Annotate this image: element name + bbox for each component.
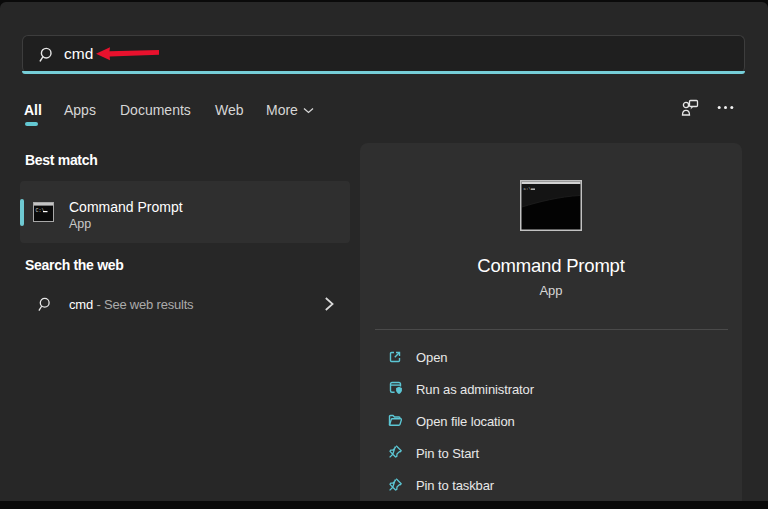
- svg-text:C:\: C:\: [524, 187, 532, 191]
- svg-text:C:\: C:\: [36, 208, 45, 214]
